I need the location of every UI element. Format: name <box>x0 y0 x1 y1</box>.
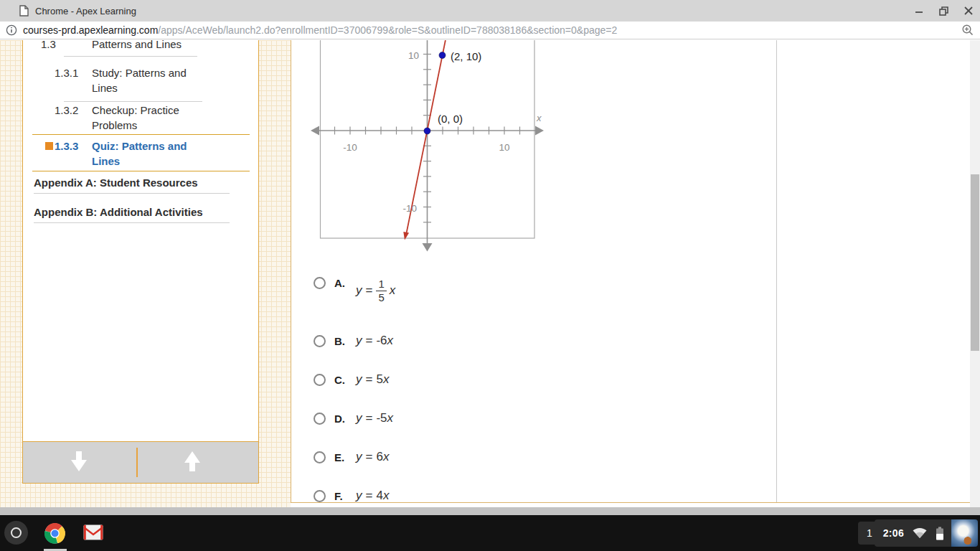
radio-option-e[interactable] <box>314 451 326 463</box>
quiz-content: (2, 10) (0, 0) x 10 -10 -10 10 A. y=15x … <box>291 40 970 503</box>
var-x: x <box>383 450 390 464</box>
divider <box>64 56 197 57</box>
screen: Chrome - Apex Learning courses-prd.apexl… <box>0 0 980 551</box>
notification-count: 1 <box>867 527 872 539</box>
point-label-upper: (2, 10) <box>451 50 481 62</box>
divider <box>32 134 250 135</box>
toc-item-1-3-label[interactable]: Patterns and Lines <box>92 40 250 52</box>
radio-option-b[interactable] <box>314 335 326 347</box>
option-letter: B. <box>334 335 353 347</box>
clock: 2:06 <box>883 527 904 539</box>
coefficient: 4 <box>376 489 382 503</box>
chrome-icon[interactable] <box>44 523 65 544</box>
toc-sidebar: 1.3 Patterns and Lines 1.3.1 Study: Patt… <box>22 40 259 484</box>
toc-item-1-3-3-label[interactable]: Quiz: Patterns and Lines <box>92 138 199 169</box>
toc-item-1-3-num[interactable]: 1.3 <box>41 40 56 52</box>
y-axis-bottom-arrow <box>423 243 433 252</box>
fraction-denominator: 5 <box>378 291 384 303</box>
toc-item-1-3-3-num[interactable]: 1.3.3 <box>55 138 78 154</box>
url-bar[interactable]: courses-prd.apexlearning.com/apps/AceWeb… <box>0 22 980 39</box>
zoom-icon[interactable] <box>961 24 974 37</box>
coefficient: 5 <box>376 372 382 387</box>
divider <box>34 222 230 223</box>
toc-item-1-3-1-num[interactable]: 1.3.1 <box>55 65 78 80</box>
option-formula: y=6x <box>356 450 389 464</box>
point-label-origin: (0, 0) <box>438 113 463 125</box>
var-y: y <box>356 283 362 298</box>
coefficient: 6 <box>376 450 382 464</box>
point-origin <box>424 128 430 134</box>
x-axis-label: x <box>536 113 542 123</box>
var-x: x <box>383 372 390 387</box>
var-x: x <box>390 283 396 298</box>
toc-item-1-3-1-label[interactable]: Study: Patterns and Lines <box>92 65 199 95</box>
close-button[interactable] <box>964 6 973 15</box>
point-2-10 <box>439 52 446 59</box>
answer-option-b: B. y=-6x <box>314 334 393 348</box>
wifi-icon <box>913 527 927 539</box>
var-y: y <box>356 334 362 348</box>
window-titlebar: Chrome - Apex Learning <box>0 0 980 22</box>
option-formula: y=5x <box>356 372 389 387</box>
content-column-divider <box>776 40 777 502</box>
equals-sign: = <box>366 283 373 298</box>
vertical-scrollbar-thumb[interactable] <box>971 174 979 351</box>
minimize-button[interactable] <box>915 6 923 15</box>
toc-appendix-a[interactable]: Appendix A: Student Resources <box>34 175 249 190</box>
divider <box>34 193 230 194</box>
coefficient: -5 <box>376 411 387 425</box>
question-graph: (2, 10) (0, 0) x 10 -10 -10 10 <box>308 40 556 255</box>
equals-sign: = <box>366 334 373 348</box>
var-x: x <box>383 489 390 503</box>
x-axis-right-arrow <box>535 126 544 136</box>
coefficient: -6 <box>376 334 387 348</box>
x-axis-left-arrow <box>311 126 319 136</box>
shelf: 1 2:06 <box>0 515 980 551</box>
answer-option-a: A. y=15x <box>314 276 395 290</box>
restore-button[interactable] <box>939 6 948 16</box>
window-title: Chrome - Apex Learning <box>35 6 136 17</box>
var-y: y <box>356 411 362 425</box>
radio-option-d[interactable] <box>314 413 326 425</box>
divider <box>64 101 202 102</box>
option-formula: y=-6x <box>356 334 393 348</box>
scroll-down-button[interactable] <box>70 451 88 472</box>
option-letter: D. <box>334 413 353 425</box>
gmail-icon[interactable] <box>83 524 103 540</box>
user-avatar[interactable] <box>951 519 978 547</box>
radio-option-a[interactable] <box>314 277 326 289</box>
var-y: y <box>356 489 362 503</box>
browser-viewport: 1.3 Patterns and Lines 1.3.1 Study: Patt… <box>0 40 980 515</box>
vertical-scrollbar[interactable] <box>970 40 980 507</box>
launcher-button[interactable] <box>4 521 28 545</box>
option-formula: y=-5x <box>356 411 393 425</box>
url-text: courses-prd.apexlearning.com/apps/AceWeb… <box>23 24 617 36</box>
toc-item-1-3-2-label[interactable]: Checkup: Practice Problems <box>92 103 199 133</box>
document-icon <box>19 5 29 17</box>
line-arrow <box>403 232 409 240</box>
status-tray[interactable]: 2:06 <box>875 519 978 547</box>
horizontal-scrollbar[interactable] <box>0 507 980 515</box>
var-x: x <box>387 334 394 348</box>
scroll-up-button[interactable] <box>183 451 202 472</box>
toc-pager <box>23 441 258 483</box>
radio-option-f[interactable] <box>314 490 326 502</box>
toc-appendix-b[interactable]: Appendix B: Additional Activities <box>34 204 249 220</box>
var-y: y <box>356 450 362 464</box>
equals-sign: = <box>366 450 373 464</box>
equals-sign: = <box>366 411 373 425</box>
launcher-icon <box>11 527 22 538</box>
x-tick-neg10: -10 <box>343 142 357 153</box>
answer-option-f: F. y=4x <box>314 489 389 503</box>
toc-item-1-3-2-num[interactable]: 1.3.2 <box>55 103 78 118</box>
var-y: y <box>356 372 362 387</box>
divider <box>32 171 250 171</box>
radio-option-c[interactable] <box>314 374 326 386</box>
answer-option-d: D. y=-5x <box>314 411 393 425</box>
y-tick-neg10: -10 <box>402 203 417 214</box>
page-info-icon[interactable] <box>6 24 17 36</box>
equals-sign: = <box>366 489 373 503</box>
answer-option-e: E. y=6x <box>314 450 389 464</box>
url-path: /apps/AceWeb/launch2.do?enrollmentID=370… <box>158 24 617 36</box>
option-letter: F. <box>334 490 353 502</box>
